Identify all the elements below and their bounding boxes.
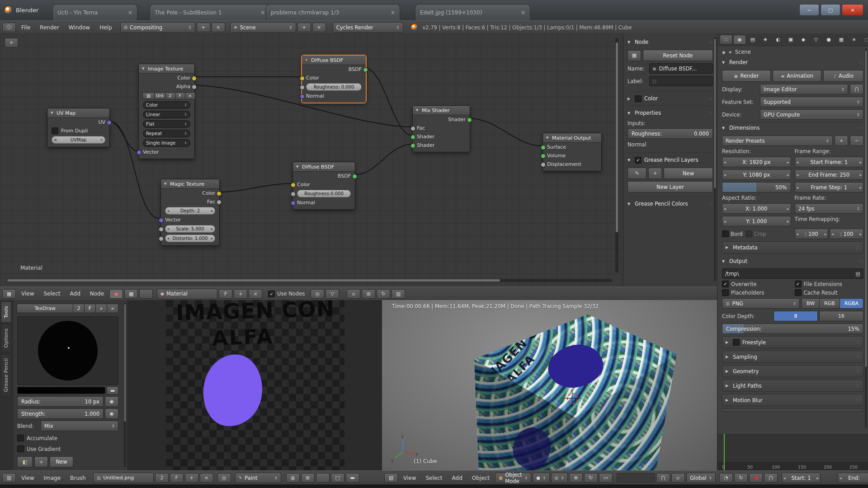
npanel-scrollbar[interactable] xyxy=(714,37,716,281)
auto-render-icon[interactable]: ↻ xyxy=(377,289,390,299)
border-toggle[interactable]: Bord xyxy=(722,230,743,237)
record-icon[interactable]: ● xyxy=(749,473,763,483)
file-extensions-checkbox[interactable]: ✓ xyxy=(795,281,802,287)
panel-properties[interactable]: ▼ Properties ∷ xyxy=(627,105,713,118)
menu-image[interactable]: Image xyxy=(39,471,65,485)
ramp-icon[interactable]: ▬ xyxy=(107,386,118,394)
menu-node[interactable]: Node xyxy=(86,287,108,300)
depth-field[interactable]: ◂Depth: 2 ▸ xyxy=(165,207,215,215)
placeholders-toggle[interactable]: Placeholders xyxy=(722,289,791,296)
panel-motion-blur[interactable]: ▶ Motion Blur ∷ xyxy=(722,394,863,406)
node-diffuse-bsdf-1[interactable]: ▼ Diffuse BSDF BSDF Color Roughness: 0.0… xyxy=(302,55,366,103)
resolution-x-field[interactable]: ◂ X: 1920 px▸ xyxy=(722,157,791,167)
socket-color-output[interactable] xyxy=(217,191,222,196)
render-button[interactable]: ◉ Render xyxy=(722,70,771,82)
interpolation-select[interactable]: Linear⇕ xyxy=(143,111,190,118)
users-count[interactable]: 2 xyxy=(165,92,175,99)
brush-preview[interactable] xyxy=(17,316,118,385)
distortion-field[interactable]: ◂Distortio: 1.000 ▸ xyxy=(165,235,215,242)
menu-object[interactable]: Object xyxy=(468,471,494,485)
image-fake-user-button[interactable]: F xyxy=(170,473,184,483)
background-tab[interactable]: The Pole - SubdBesiion 1 × xyxy=(150,4,270,21)
node-diffuse-bsdf-2[interactable]: ▼ Diffuse BSDF BSDF Color Roughness:0.00… xyxy=(292,162,355,210)
toolshelf-scrollbar[interactable] xyxy=(124,303,126,467)
layers-widget[interactable] xyxy=(617,473,655,483)
feature-set-select[interactable]: Supported ⇕ xyxy=(760,97,863,107)
tab-render[interactable]: ◉ xyxy=(733,35,746,44)
resolution-percentage-slider[interactable]: 50% xyxy=(722,182,791,192)
socket-normal-input[interactable] xyxy=(300,94,305,99)
source-select[interactable]: Single Image⇕ xyxy=(143,139,190,147)
palette-icon[interactable]: ◧ xyxy=(17,456,33,467)
panel-geometry[interactable]: ▶ Geometry ∷ xyxy=(722,365,863,377)
viewport-shading-select[interactable]: ● ⇕ xyxy=(533,473,549,483)
timeline-ruler[interactable] xyxy=(717,462,868,470)
editor-type-timeline-icon[interactable]: ◔ xyxy=(719,473,733,483)
overwrite-checkbox[interactable]: ✓ xyxy=(722,281,729,287)
repeat-image-icon[interactable]: ⊞ xyxy=(301,473,315,483)
background-tab[interactable]: Ucti - Yin Tema × xyxy=(52,4,137,21)
mode-select[interactable]: ▣ Object Mode ⇕ xyxy=(495,473,531,483)
bw-button[interactable]: BW xyxy=(802,298,820,309)
image-editor[interactable]: IMAGEN CON ALFA Tools Options Grease Pen… xyxy=(0,300,382,470)
preset-add-button[interactable]: + xyxy=(835,136,848,146)
node-material-output[interactable]: ▼ Material Output Surface Volume Displac… xyxy=(542,133,602,171)
tab-close-icon[interactable]: × xyxy=(521,9,525,16)
overwrite-toggle[interactable]: ✓ Overwrite xyxy=(722,281,791,287)
depth-16-button[interactable]: 16 xyxy=(819,311,863,321)
tree-type-texture-icon[interactable] xyxy=(139,289,153,299)
image-unlink-button[interactable]: × xyxy=(200,473,213,483)
gp-add-icon[interactable]: + xyxy=(648,168,662,179)
image-datablock[interactable]: ▥ Unt 2 F × xyxy=(143,92,195,99)
extension-select[interactable]: Repeat⇕ xyxy=(143,130,190,137)
manipulator-rotate-icon[interactable]: ↻ xyxy=(584,473,598,483)
cache-result-checkbox[interactable] xyxy=(795,289,802,296)
aspect-y-field[interactable]: ◂ Y: 1.000▸ xyxy=(722,216,791,226)
socket-fac-output[interactable] xyxy=(217,200,222,205)
crop-checkbox[interactable] xyxy=(745,230,752,237)
depth-8-button[interactable]: 8 xyxy=(774,311,818,321)
socket-shader-output[interactable] xyxy=(467,117,472,122)
orientation-select[interactable]: Global ⇕ xyxy=(686,473,716,483)
pin-icon[interactable]: ◎ xyxy=(311,289,324,299)
node-magic-texture[interactable]: ▼ Magic Texture Color Fac ◂Depth: 2 ▸ Ve… xyxy=(160,179,220,246)
tab-modifiers[interactable]: ◆ xyxy=(797,35,809,44)
properties-scrollbar[interactable] xyxy=(865,49,867,428)
panel-light-paths[interactable]: ▶ Light Paths ∷ xyxy=(722,380,863,392)
folder-icon[interactable]: ▤ xyxy=(855,271,860,277)
menu-add[interactable]: Add xyxy=(66,287,85,300)
scene-delete-button[interactable]: × xyxy=(312,23,326,32)
crop-toggle[interactable]: Crop xyxy=(745,230,766,237)
socket-color-input[interactable] xyxy=(291,183,296,188)
from-dupli-checkbox[interactable] xyxy=(52,127,58,134)
scene-select[interactable]: ★ Scene ⇕ xyxy=(230,22,296,33)
palette-new-button[interactable]: New xyxy=(50,456,73,467)
tree-type-shader-icon[interactable]: ● xyxy=(109,289,123,299)
material-datablock[interactable]: ● Material xyxy=(157,289,217,299)
unlink-icon[interactable]: × xyxy=(185,92,195,99)
socket-vector-input[interactable] xyxy=(159,218,164,223)
socket-roughness-input[interactable] xyxy=(291,192,296,197)
channel-alpha-icon[interactable]: □ xyxy=(331,473,344,483)
panel-freestyle[interactable]: ▶ Freestyle ∷ xyxy=(722,336,863,348)
blend-select[interactable]: Mix ⇕ xyxy=(41,421,118,431)
snap-element-icon[interactable]: ⊞ xyxy=(362,289,375,299)
rgb-button[interactable]: RGB xyxy=(819,298,840,309)
menu-add[interactable]: Add xyxy=(448,471,467,485)
node-label-field[interactable]: □ xyxy=(649,76,713,86)
brush-name[interactable]: TexDraw xyxy=(17,304,73,313)
audio-button[interactable]: ♪ Audio xyxy=(823,70,863,82)
uvmap-select[interactable]: ⊞ UVMap × xyxy=(52,136,105,144)
gp-draw-button[interactable]: ✎ xyxy=(627,168,646,179)
tree-type-compositing-icon[interactable]: ▩ xyxy=(124,289,138,299)
file-format-select[interactable]: ▥ PNG ⇕ xyxy=(722,298,800,309)
collapse-icon[interactable]: ▼ xyxy=(164,182,168,186)
socket-shader1-input[interactable] xyxy=(410,135,415,140)
menu-view[interactable]: View xyxy=(399,471,420,485)
strength-slider[interactable]: Strength: 1.000 xyxy=(17,408,104,419)
socket-bsdf-output[interactable] xyxy=(363,67,368,72)
tab-object[interactable]: ▣ xyxy=(785,35,797,44)
panel-color[interactable]: ▶ Color ∷ xyxy=(627,91,713,104)
tab-grease-pencil[interactable]: Grease Pencil xyxy=(1,354,11,396)
image-datablock[interactable]: ▥ Untitled.png xyxy=(93,473,154,483)
